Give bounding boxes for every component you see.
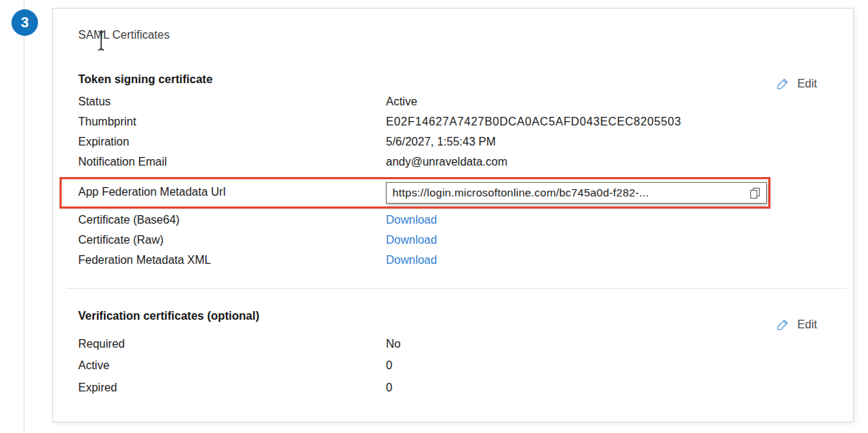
metadata-url-field[interactable]: https://login.microsoftonline.com/bc745a… [386,182,767,204]
row-value: 5/6/2027, 1:55:43 PM [386,135,496,148]
step-connector-line [24,0,24,433]
row-notification-email: Notification Email andy@unraveldata.com [78,156,813,171]
row-certificate-raw: Certificate (Raw) Download [78,234,813,249]
section-divider [66,288,846,289]
row-expiration: Expiration 5/6/2027, 1:55:43 PM [78,135,813,151]
row-label: Federation Metadata XML [78,254,211,267]
edit-button-label: Edit [797,77,817,90]
row-thumbprint: Thumbprint E02F14627A7427B0DCA0AC5AFD043… [78,115,813,131]
metadata-url-value: https://login.microsoftonline.com/bc745a… [392,186,745,199]
token-signing-heading: Token signing certificate [78,73,212,86]
verification-certificates-heading: Verification certificates (optional) [78,310,260,323]
row-label: Status [78,95,110,108]
row-label: Thumbprint [78,115,136,128]
edit-token-signing-button[interactable]: Edit [776,77,817,90]
row-label: Expiration [78,135,129,148]
row-required: Required No [78,338,813,353]
edit-verification-button[interactable]: Edit [776,318,817,331]
row-value: Active [386,95,418,108]
row-value: 0 [386,359,392,372]
row-value: E02F14627A7427B0DCA0AC5AFD043ECEC8205503 [386,115,681,128]
edit-button-label: Edit [797,318,817,331]
row-label: Active [78,359,110,372]
copy-icon[interactable] [750,187,760,199]
row-label: Required [78,338,125,351]
row-value: andy@unraveldata.com [386,156,507,168]
pencil-icon [776,318,789,331]
metadata-url-label: App Federation Metadata Url [78,186,225,199]
download-link[interactable]: Download [386,254,437,267]
row-federation-metadata-xml: Federation Metadata XML Download [78,254,813,270]
card-title: SAML Certificates [78,29,169,42]
row-active-count: Active 0 [78,359,813,375]
row-label: Certificate (Raw) [78,234,164,247]
pencil-icon [776,77,789,90]
row-value: 0 [386,381,392,394]
row-label: Expired [78,381,117,394]
row-status: Status Active [78,95,813,111]
text-cursor-icon [96,30,106,52]
row-label: Certificate (Base64) [78,214,179,227]
metadata-url-highlight-box: App Federation Metadata Url https://logi… [60,177,770,209]
row-label: Notification Email [78,156,167,168]
saml-certificates-card: SAML Certificates Token signing certific… [52,8,854,422]
saml-certificates-panel: 3 SAML Certificates Token signing certif… [0,0,868,433]
download-link[interactable]: Download [386,214,437,227]
row-certificate-base64: Certificate (Base64) Download [78,214,813,229]
download-link[interactable]: Download [386,234,437,247]
row-value: No [386,338,400,351]
step-number-badge: 3 [11,9,38,36]
row-expired-count: Expired 0 [78,381,813,397]
